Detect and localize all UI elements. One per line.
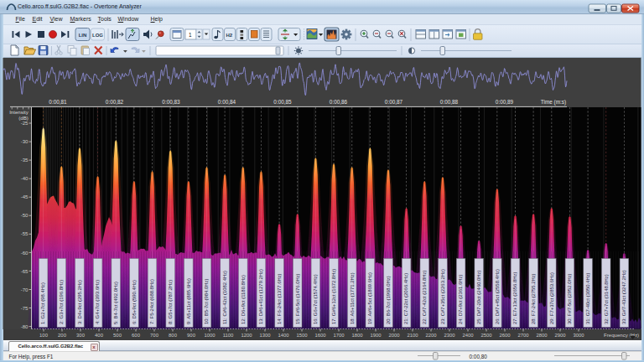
svg-text:0:00,81: 0:00,81 [49,99,67,105]
svg-text:300: 300 [76,333,86,338]
svg-text:2700: 2700 [517,333,529,338]
svg-text:-65: -65 [21,268,29,274]
svg-text:29: F7+37ct (2853.6Hz): 29: F7+37ct (2853.6Hz) [549,272,554,324]
svg-text:0:00,88: 0:00,88 [440,99,459,105]
svg-text:1600: 1600 [314,333,326,338]
svg-text:LIN: LIN [79,33,87,38]
svg-text:0:00,86: 0:00,86 [330,99,348,105]
svg-text:1200: 1200 [241,333,252,338]
svg-text:8: G5+7ct (787.2Hz): 8: G5+7ct (787.2Hz) [168,280,173,324]
svg-text:Time (m:s): Time (m:s) [541,99,566,106]
svg-text:2200: 2200 [425,333,437,338]
svg-text:2800: 2800 [536,333,548,338]
svg-text:33: G#7-43ct (3247.2Hz): 33: G#7-43ct (3247.2Hz) [621,270,626,324]
svg-text:500: 500 [113,333,122,338]
svg-text:1000: 1000 [204,333,216,338]
svg-text:2000: 2000 [388,333,400,338]
svg-text:16: G6+7ct (1574.4Hz): 16: G6+7ct (1574.4Hz) [313,274,318,324]
svg-text:7: F5-24ct (688.8Hz): 7: F5-24ct (688.8Hz) [149,279,154,324]
svg-text:1: G2+7ct (98.4Hz): 1: G2+7ct (98.4Hz) [40,282,45,324]
svg-text:3000: 3000 [573,333,584,338]
svg-text:21: C7-22ct (2066.4Hz): 21: C7-22ct (2066.4Hz) [403,273,408,324]
svg-text:15: F#6-5ct (1476.0Hz): 15: F#6-5ct (1476.0Hz) [295,273,300,324]
svg-text:-75: -75 [21,305,29,311]
svg-text:27: E7+13ct (2656.8Hz): 27: E7+13ct (2656.8Hz) [512,272,517,324]
svg-text:200: 200 [58,333,67,338]
svg-text:2100: 2100 [407,333,418,338]
svg-text:23: C#7+35ct (2263.2Hz): 23: C#7+35ct (2263.2Hz) [440,269,445,324]
svg-text:0:00,84: 0:00,84 [218,99,236,105]
svg-text:-60: -60 [21,250,29,256]
svg-text:H2: H2 [226,33,233,38]
svg-text:600: 600 [132,333,141,338]
svg-text:1300: 1300 [259,333,271,338]
svg-text:900: 900 [187,333,196,338]
svg-text:30: F#7-5ct (2952.0Hz): 30: F#7-5ct (2952.0Hz) [567,273,572,324]
svg-text:28: F7-24ct (2755.2Hz): 28: F7-24ct (2755.2Hz) [531,273,536,324]
svg-text:-35: -35 [21,157,29,163]
svg-text:1500: 1500 [296,333,308,338]
svg-text:0:00,87: 0:00,87 [385,99,403,105]
svg-text:0:00,83: 0:00,83 [162,99,180,105]
svg-text:17: G#6+12ct (1672.8Hz): 17: G#6+12ct (1672.8Hz) [331,269,336,324]
svg-text:-50: -50 [21,212,29,218]
svg-text:13: D#6+41ct (1279.2Hz): 13: D#6+41ct (1279.2Hz) [258,269,263,324]
svg-text:12: D6+9ct (1180.8Hz): 12: D6+9ct (1180.8Hz) [241,275,246,324]
svg-text:2300: 2300 [444,333,455,338]
svg-text:2900: 2900 [554,333,566,338]
svg-text:0:00,82: 0:00,82 [106,99,124,105]
svg-text:LOG: LOG [92,33,103,38]
svg-text:2400: 2400 [462,333,474,338]
svg-text:9: A5+11ct (885.6Hz): 9: A5+11ct (885.6Hz) [186,278,191,324]
svg-text:400: 400 [95,333,104,338]
svg-text:26: D#7+45ct (2558.4Hz): 26: D#7+45ct (2558.4Hz) [495,269,500,324]
svg-text:800: 800 [169,333,178,338]
svg-text:700: 700 [150,333,159,338]
svg-text:32: G7+7ct (3148.8Hz): 32: G7+7ct (3148.8Hz) [604,274,609,324]
svg-text:10: B5-7ct (984.0Hz): 10: B5-7ct (984.0Hz) [204,279,209,324]
svg-text:6: D5+9ct (590.4Hz): 6: D5+9ct (590.4Hz) [132,280,137,324]
svg-text:1800: 1800 [351,333,363,338]
svg-text:100: 100 [39,333,49,338]
svg-text:0:00,89: 0:00,89 [496,99,514,105]
svg-text:11: C#6-42ct (1082.4Hz): 11: C#6-42ct (1082.4Hz) [222,271,227,324]
svg-text:20: B6-7ct (1968.0Hz): 20: B6-7ct (1968.0Hz) [386,276,391,324]
svg-text:25: D#7-20ct (2460.0Hz): 25: D#7-20ct (2460.0Hz) [476,270,481,324]
svg-text:1700: 1700 [333,333,345,338]
svg-text:24: D7+9ct (2361.6Hz): 24: D7+9ct (2361.6Hz) [458,275,463,324]
svg-text:22: C#7-42ct (2164.8Hz): 22: C#7-42ct (2164.8Hz) [422,270,427,324]
svg-text:Intensity: Intensity [9,109,29,115]
svg-text:-80: -80 [21,323,29,329]
svg-text:1100: 1100 [223,333,234,338]
svg-text:1400: 1400 [278,333,289,338]
svg-text:1900: 1900 [370,333,382,338]
svg-text:2600: 2600 [499,333,511,338]
svg-text:0:00,85: 0:00,85 [273,99,292,105]
svg-text:1: 1 [189,32,192,38]
svg-text:-45: -45 [21,194,29,199]
svg-text:-30: -30 [21,138,29,144]
svg-text:3: D4+9ct (295.2Hz): 3: D4+9ct (295.2Hz) [77,280,82,324]
svg-text:31: G7-40ct (3050.4Hz): 31: G7-40ct (3050.4Hz) [585,272,590,324]
svg-text:-25: -25 [21,120,29,126]
svg-text:2: G3+7ct (196.8Hz): 2: G3+7ct (196.8Hz) [59,280,64,324]
svg-text:5: B4-7ct (492.0Hz): 5: B4-7ct (492.0Hz) [113,282,118,324]
svg-text:14: F6-24ct (1377.6Hz): 14: F6-24ct (1377.6Hz) [277,273,282,324]
svg-text:4: G4+7ct (393.6Hz): 4: G4+7ct (393.6Hz) [95,280,100,324]
svg-text:-55: -55 [21,230,29,236]
svg-text:-40: -40 [21,175,29,181]
svg-text:19: A#6+5ct (1869.6Hz): 19: A#6+5ct (1869.6Hz) [367,272,372,324]
svg-text:-70: -70 [21,287,29,292]
svg-text:18: A6+11ct (1771.2Hz): 18: A6+11ct (1771.2Hz) [350,272,355,324]
svg-text:2500: 2500 [480,333,492,338]
